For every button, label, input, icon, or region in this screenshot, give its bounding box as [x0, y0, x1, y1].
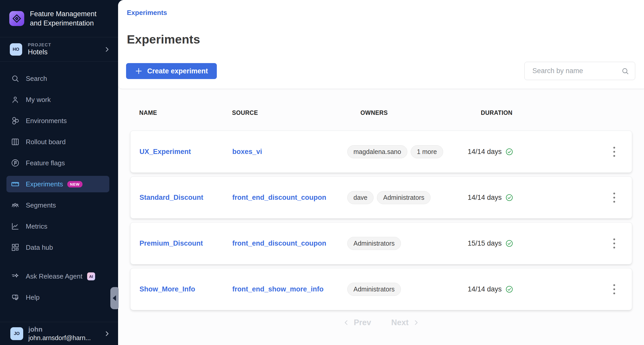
board-columns-icon	[11, 137, 20, 146]
sidebar-item-help[interactable]: ? Help	[6, 287, 109, 308]
owner-chip: Administrators	[377, 191, 431, 204]
table-header-row: NAME SOURCE OWNERS DURATION	[130, 109, 632, 116]
ai-badge: AI	[87, 272, 95, 280]
project-name: Hotels	[28, 48, 51, 56]
sidebar-item-data-hub[interactable]: Data hub	[6, 237, 109, 258]
sidebar-item-rollout-board[interactable]: Rollout board	[6, 131, 109, 152]
check-circle-icon	[505, 148, 513, 156]
experiment-row: Premium_Discount front_end_discount_coup…	[130, 222, 632, 264]
chevron-left-icon	[113, 295, 116, 301]
owners-cell: Administrators	[347, 237, 468, 250]
search-input[interactable]	[532, 67, 621, 75]
app-title: Feature Management and Experimentation	[30, 9, 96, 28]
check-circle-icon	[505, 285, 513, 293]
column-header-name: NAME	[139, 109, 232, 116]
prev-page-button[interactable]: Prev	[343, 318, 371, 327]
brand-header: Feature Management and Experimentation	[0, 0, 118, 37]
user-name: john	[28, 325, 91, 333]
page-header: Experiments Experiments Create experimen…	[118, 0, 644, 89]
sidebar-bottom-nav: Ask Release Agent AI ? Help	[0, 266, 118, 308]
chevron-right-icon	[413, 319, 419, 326]
duration-cell: 15/15 days	[468, 239, 597, 247]
owners-cell: Administrators	[347, 283, 468, 296]
sidebar-item-segments[interactable]: Segments	[6, 195, 109, 216]
experiment-name-link[interactable]: Standard_Discount	[139, 194, 232, 202]
experiment-name-link[interactable]: UX_Experiment	[139, 148, 232, 156]
check-circle-icon	[505, 194, 513, 202]
app-window: Feature Management and Experimentation H…	[0, 0, 644, 345]
flag-circle-icon	[11, 159, 20, 167]
sidebar-item-experiments[interactable]: Experiments NEW	[6, 176, 109, 192]
plus-icon	[135, 67, 143, 75]
duration-cell: 14/14 days	[468, 148, 597, 156]
experiment-source-link[interactable]: front_end_discount_coupon	[232, 239, 347, 247]
split-logo-icon	[9, 11, 24, 26]
project-label: PROJECT	[28, 42, 51, 48]
duration-cell: 14/14 days	[468, 194, 597, 202]
experiments-table: NAME SOURCE OWNERS DURATION UX_Experimen…	[118, 89, 644, 327]
sidebar-item-ask-release-agent[interactable]: Ask Release Agent AI	[6, 266, 109, 287]
sidebar-nav: Search My work Environments	[0, 62, 118, 258]
owner-chip: Administrators	[347, 237, 401, 250]
owner-chip: Administrators	[347, 283, 401, 296]
search-icon	[11, 74, 20, 83]
sidebar-item-my-work[interactable]: My work	[6, 89, 109, 110]
main-content: Experiments Experiments Create experimen…	[118, 0, 644, 345]
search-icon	[621, 67, 629, 75]
experiment-name-link[interactable]: Show_More_Info	[139, 285, 232, 293]
line-chart-icon	[11, 222, 20, 231]
row-menu-button[interactable]	[609, 282, 620, 297]
person-icon	[11, 95, 20, 104]
chevron-left-icon	[343, 319, 350, 326]
duration-cell: 14/14 days	[468, 285, 597, 293]
data-hub-grid-icon	[11, 243, 20, 252]
sparkle-lines-icon	[11, 272, 20, 281]
user-avatar: JO	[10, 327, 23, 340]
breadcrumb[interactable]: Experiments	[127, 9, 167, 16]
owners-cell: magdalena.sano 1 more	[347, 145, 468, 158]
more-owners-chip[interactable]: 1 more	[411, 145, 443, 158]
owner-chip: magdalena.sano	[347, 145, 407, 158]
column-header-owners: OWNERS	[347, 109, 467, 116]
experiment-row: UX_Experiment boxes_vi magdalena.sano 1 …	[130, 131, 632, 173]
sidebar: Feature Management and Experimentation H…	[0, 0, 118, 345]
row-menu-button[interactable]	[609, 236, 620, 251]
help-chat-icon: ?	[11, 293, 20, 302]
project-badge: HO	[10, 43, 22, 56]
sidebar-item-environments[interactable]: Environments	[6, 110, 109, 131]
chevron-right-icon	[104, 330, 110, 337]
sidebar-item-search[interactable]: Search	[6, 68, 109, 89]
people-group-icon	[11, 201, 20, 210]
column-header-duration: DURATION	[467, 109, 596, 116]
ruler-icon	[11, 180, 20, 188]
search-box	[524, 62, 635, 80]
pagination: Prev Next	[130, 318, 632, 327]
svg-text:?: ?	[15, 295, 16, 298]
experiment-source-link[interactable]: boxes_vi	[232, 148, 347, 156]
check-circle-icon	[505, 239, 513, 247]
experiment-name-link[interactable]: Premium_Discount	[139, 239, 232, 247]
new-badge: NEW	[67, 181, 82, 187]
user-email: john.arnsdorf@harn...	[28, 334, 91, 342]
next-page-button[interactable]: Next	[391, 318, 419, 327]
experiment-source-link[interactable]: front_end_discount_coupon	[232, 194, 347, 202]
owners-cell: dave Administrators	[347, 191, 468, 204]
create-experiment-button[interactable]: Create experiment	[126, 63, 217, 79]
experiment-row: Show_More_Info front_end_show_more_info …	[130, 268, 632, 310]
owner-chip: dave	[347, 191, 374, 204]
experiment-source-link[interactable]: front_end_show_more_info	[232, 285, 347, 293]
page-title: Experiments	[127, 32, 635, 46]
experiment-row: Standard_Discount front_end_discount_cou…	[130, 176, 632, 219]
sidebar-collapse-handle[interactable]	[110, 287, 119, 309]
row-menu-button[interactable]	[609, 144, 620, 159]
hexagons-icon	[11, 116, 20, 125]
project-selector[interactable]: HO PROJECT Hotels	[0, 37, 118, 62]
sidebar-item-feature-flags[interactable]: Feature flags	[6, 152, 109, 174]
user-menu[interactable]: JO john john.arnsdorf@harn...	[0, 322, 118, 345]
sidebar-item-metrics[interactable]: Metrics	[6, 216, 109, 237]
column-header-source: SOURCE	[232, 109, 347, 116]
chevron-right-icon	[104, 46, 110, 53]
row-menu-button[interactable]	[609, 190, 620, 205]
